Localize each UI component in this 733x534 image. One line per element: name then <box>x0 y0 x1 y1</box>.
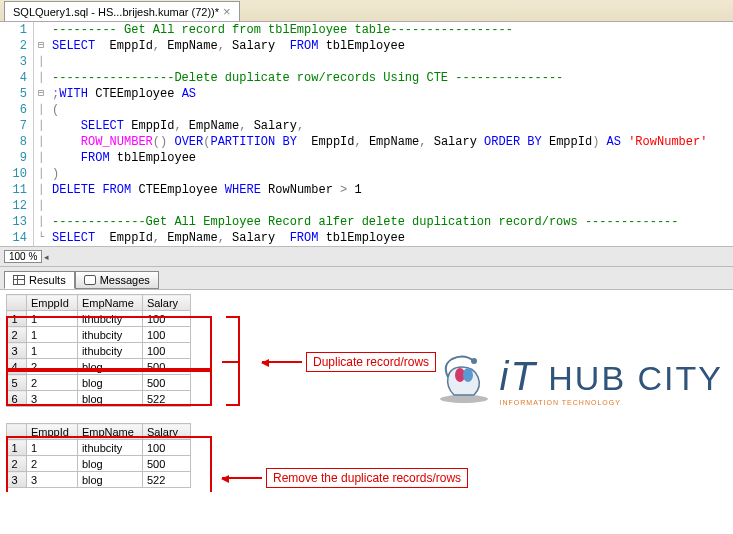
table-row: 33blog522 <box>7 472 191 488</box>
annotation-remove: Remove the duplicate records/rows <box>222 468 468 488</box>
table-row: 52blog500 <box>7 375 191 391</box>
col-emppid[interactable]: EmppId <box>27 424 78 440</box>
tab-results[interactable]: Results <box>4 271 75 289</box>
col-salary[interactable]: Salary <box>142 424 190 440</box>
chevron-left-icon[interactable]: ◂ <box>44 252 49 262</box>
table-row: 42blog500 <box>7 359 191 375</box>
arrow-icon <box>262 361 302 363</box>
col-empname[interactable]: EmpName <box>77 424 142 440</box>
tab-bar: SQLQuery1.sql - HS...brijesh.kumar (72))… <box>0 0 733 22</box>
file-tab-label: SQLQuery1.sql - HS...brijesh.kumar (72))… <box>13 6 219 18</box>
annotation-duplicate: Duplicate record/rows <box>262 352 436 372</box>
line-gutter: 1234567891011121314 <box>0 22 34 246</box>
arrow-icon <box>222 477 262 479</box>
table-row: 21ithubcity100 <box>7 327 191 343</box>
col-empname[interactable]: EmpName <box>77 295 142 311</box>
grid-icon <box>13 275 25 285</box>
rownum-header <box>7 295 27 311</box>
table-row: 22blog500 <box>7 456 191 472</box>
results-tabs: Results Messages <box>0 266 733 290</box>
bracket-icon <box>226 316 240 406</box>
result-grid-1[interactable]: EmppId EmpName Salary 11ithubcity100 21i… <box>6 294 191 407</box>
table-row: 11ithubcity100 <box>7 440 191 456</box>
header-row: EmppId EmpName Salary <box>7 295 191 311</box>
mouse-icon <box>434 355 494 405</box>
svg-point-0 <box>440 395 488 403</box>
code-editor[interactable]: 1234567891011121314 ⊟││⊟││││││││└ ------… <box>0 22 733 246</box>
code-content[interactable]: --------- Get All record from tblEmploye… <box>48 22 733 246</box>
rownum-header <box>7 424 27 440</box>
table-row: 11ithubcity100 <box>7 311 191 327</box>
header-row: EmppId EmpName Salary <box>7 424 191 440</box>
zoom-dropdown[interactable]: 100 % <box>4 250 42 263</box>
result-grid-2[interactable]: EmppId EmpName Salary 11ithubcity100 22b… <box>6 423 191 488</box>
tab-messages[interactable]: Messages <box>75 271 159 289</box>
col-emppid[interactable]: EmppId <box>27 295 78 311</box>
col-salary[interactable]: Salary <box>142 295 190 311</box>
fold-gutter: ⊟││⊟││││││││└ <box>34 22 48 246</box>
logo: iT HUB CITY INFORMATION TECHNOLOGY <box>434 354 723 406</box>
table-row: 31ithubcity100 <box>7 343 191 359</box>
table-row: 63blog522 <box>7 391 191 407</box>
close-icon[interactable]: × <box>223 4 231 19</box>
results-pane: EmppId EmpName Salary 11ithubcity100 21i… <box>0 294 733 488</box>
zoom-bar: 100 % ◂ <box>0 246 733 266</box>
svg-point-3 <box>471 358 477 364</box>
message-icon <box>84 275 96 285</box>
file-tab[interactable]: SQLQuery1.sql - HS...brijesh.kumar (72))… <box>4 1 240 21</box>
svg-point-2 <box>463 368 473 382</box>
